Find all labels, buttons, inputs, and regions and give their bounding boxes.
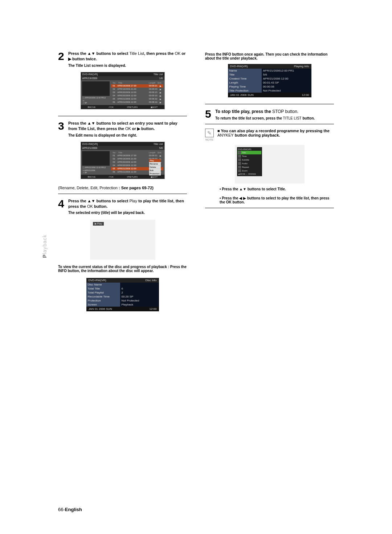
info-row: Disc Name (86, 283, 159, 287)
anykey-item[interactable]: Zoom (238, 169, 261, 173)
right-column: Press the INFO button once again. Then y… (205, 51, 334, 311)
step-2: 2 Press the ▲▼ buttons to select Title L… (58, 51, 187, 68)
title-list-row[interactable]: 06APR/21/2006 12:3000:08:16▶ (111, 101, 163, 104)
left-column: 2 Press the ▲▼ buttons to select Title L… (58, 51, 187, 311)
anykey-screen: DVD-RW(VR) TitleTimeSubtitleAudioRepeatZ… (235, 145, 305, 183)
title-list-row[interactable]: 03APR/20/2006 12:0000:00:15▶ (111, 91, 163, 94)
title-list-row[interactable]: 01APR/19/2006 17:3000:00:21▶ (111, 84, 163, 88)
anykey-item[interactable]: Repeat (238, 165, 261, 169)
info-row: Title ProtectionNot Protected (228, 89, 311, 93)
step-number: 2 (58, 51, 66, 68)
step-4: 4 Press the ▲▼ buttons to select Play to… (58, 198, 187, 215)
info-row: Length00:01:43 SP (228, 81, 311, 85)
step-number: 4 (58, 198, 66, 215)
anykey-item[interactable]: Title (238, 151, 261, 154)
info-row: NameAPR/21/200612:00 PR1 (228, 69, 311, 73)
popup-item[interactable]: Protection (149, 172, 161, 175)
step-4-sub: The selected entry (title) will be playe… (68, 211, 187, 215)
info-row: Created TimeAPR/21/2006 12:00 (228, 77, 311, 81)
info-row: ScreenPlayback (86, 303, 159, 307)
note-sub-2: • Press the ◀ ▶ buttons to select to pla… (220, 196, 334, 204)
info-row: Total Playlist2 (86, 291, 159, 295)
title-list-screen-2: DVD-RW(VR)Title List APR/21/20065/6 ▢ AP… (81, 142, 165, 179)
page-footer: 66-English (58, 507, 82, 512)
anykey-item[interactable]: Time (238, 154, 261, 158)
info-again-text: Press the INFO button once again. Then y… (205, 52, 334, 60)
edit-options-note: (Rename, Delete, Edit, Protection : See … (58, 186, 187, 190)
title-list-row[interactable]: 02APR/19/2006 21:0000:00:03▶ (111, 88, 163, 91)
play-indicator: ▶ Play (93, 222, 104, 226)
step-5: 5 To stop title play, press the STOP but… (205, 109, 334, 120)
view-status-text: To view the current status of the disc a… (58, 265, 187, 273)
step-2-sub: The Title List screen is displayed. (68, 64, 187, 68)
note-sub-1: • Press the ▲▼ buttons to select Title. (220, 187, 334, 191)
title-list-row[interactable]: 05APR/21/2006 12:0000:06:32▶ (111, 97, 163, 101)
popup-item[interactable]: Delete (149, 166, 161, 169)
popup-item[interactable]: Play (149, 159, 161, 162)
edit-popup-menu[interactable]: PlayRenameDeleteEditProtection (149, 159, 161, 175)
step-3-sub: The Edit menu is displayed on the right. (68, 133, 187, 137)
info-row: ProtectionNot Protected (86, 299, 159, 303)
note-block: ✎ NOTE ■ You can also play a recorded pr… (205, 129, 334, 141)
note-icon: ✎ (205, 129, 214, 137)
step-3-text: Press the ▲▼ buttons to select an entry … (68, 121, 187, 132)
step-number: 3 (58, 121, 66, 137)
title-list-row[interactable]: 04APR/20/2006 12:3000:00:16▶ (111, 94, 163, 97)
anykey-item[interactable]: Audio (238, 162, 261, 165)
title-list-screen-1: DVD-RW(VR)Title List APR/19/20061/6 ▢ AP… (81, 72, 165, 109)
popup-item[interactable]: Rename (149, 162, 161, 166)
side-tab: Playback (42, 234, 48, 258)
step-4-text: Press the ▲▼ buttons to select Play to p… (68, 198, 187, 210)
info-row: Recordable Time00:28 SP (86, 295, 159, 299)
info-row: Playing Time00:00:08 (228, 85, 311, 89)
play-screen: ▶ Play (90, 220, 155, 260)
title-list-row[interactable]: 01APR/19/2006 17:3000:00:21▶ (111, 154, 163, 157)
note-text: ■ You can also play a recorded programme… (217, 129, 334, 137)
step-5-sub: To return the title list screen, press t… (215, 116, 334, 120)
popup-item[interactable]: Edit (149, 169, 161, 172)
step-number: 5 (205, 109, 213, 120)
info-row: Title5/6 (228, 73, 311, 77)
step-5-text: To stop title play, press the STOP butto… (215, 109, 334, 115)
anykey-item[interactable]: Subtitle (238, 158, 261, 162)
step-2-text: Press the ▲▼ buttons to select Title Lis… (68, 51, 187, 62)
playing-info-screen: DVD-RW(VR)Playing Info NameAPR/21/200612… (228, 64, 311, 97)
tv-footer: ✥MOVE ⏎OK ↺RETURN ▣EXIT (81, 105, 164, 109)
info-row: Total Title6 (86, 287, 159, 291)
step-3: 3 Press the ▲▼ buttons to select an entr… (58, 121, 187, 137)
disc-info-screen: DVD-RW(VR)Disc Info Disc NameTotal Title… (86, 278, 159, 311)
